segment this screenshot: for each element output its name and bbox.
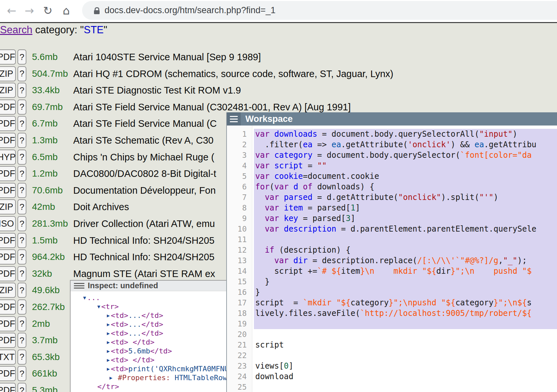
file-info-button[interactable]: ?	[17, 133, 26, 148]
code-token	[279, 203, 284, 212]
file-type-badge[interactable]: PDF	[0, 116, 16, 131]
code-line[interactable]: 1var downloads = document.body.querySele…	[227, 129, 557, 139]
browser-toolbar: ← → ↻ ⌂ docs.dev-docs.org/htm/search.php…	[0, 0, 557, 23]
code-line[interactable]: 25	[227, 382, 557, 392]
code-line[interactable]: 5var cookie=document.cookie	[227, 171, 557, 182]
file-type-badge[interactable]: ISO	[0, 216, 16, 231]
file-type-badge[interactable]: ZIP	[0, 199, 16, 214]
collapse-icon[interactable]: ▼	[83, 295, 87, 301]
file-size: 1.2mb	[32, 166, 58, 181]
file-type-badge[interactable]: PDF	[0, 266, 16, 281]
code-line[interactable]: 23views[0]	[227, 361, 557, 371]
code-line[interactable]: 19	[227, 319, 557, 329]
file-info-button[interactable]: ?	[17, 266, 26, 281]
file-info-button[interactable]: ?	[17, 366, 26, 381]
file-info-button[interactable]: ?	[17, 150, 26, 165]
file-info-button[interactable]: ?	[17, 216, 26, 231]
file-type-badge[interactable]: PDF	[0, 249, 16, 265]
file-type-badge[interactable]: PDF	[0, 49, 16, 65]
code-line[interactable]: 22	[227, 350, 557, 361]
file-info-button[interactable]: ?	[17, 183, 26, 198]
tree-token: </td>	[141, 329, 163, 337]
code-token	[255, 224, 265, 234]
code-token: = document.body.querySelectorAll(	[317, 129, 479, 139]
expand-icon[interactable]: ▶	[107, 348, 111, 354]
expand-icon[interactable]: ▶	[107, 357, 111, 363]
forward-icon[interactable]: →	[20, 0, 38, 21]
file-type-badge[interactable]: PDF	[0, 183, 16, 198]
expand-icon[interactable]: ▶	[109, 375, 113, 381]
file-type-badge[interactable]: ZIP	[0, 283, 16, 298]
file-info-button[interactable]: ?	[17, 249, 26, 265]
file-info-button[interactable]: ?	[17, 49, 26, 65]
address-bar[interactable]: docs.dev-docs.org/htm/search.php?find=_1	[82, 1, 557, 20]
file-type-badge[interactable]: ZIP	[0, 83, 16, 98]
code-token: item	[341, 266, 360, 276]
file-type-badge[interactable]: PDF	[0, 166, 16, 181]
file-row: ZIP?504.7mbAtari HQ #1 CDROM (schematics…	[0, 66, 557, 81]
file-type-badge[interactable]: ZIP	[0, 66, 16, 81]
expand-icon[interactable]: ▶	[107, 339, 111, 345]
code-line[interactable]: 3var category = document.body.querySelec…	[227, 150, 557, 160]
home-icon[interactable]: ⌂	[57, 0, 75, 21]
back-icon[interactable]: ←	[3, 0, 20, 21]
code-line[interactable]: 7 var parsed = d.getAttribute("onclick")…	[227, 192, 557, 203]
screen: ← → ↻ ⌂ docs.dev-docs.org/htm/search.php…	[0, 0, 557, 392]
code-line[interactable]: 10 var description = d.parentElement.par…	[227, 224, 557, 234]
file-info-button[interactable]: ?	[17, 283, 26, 298]
menu-icon[interactable]	[227, 112, 241, 126]
code-line[interactable]: 9 var key = parsed[3]	[227, 213, 557, 224]
file-type-badge[interactable]: PDF	[0, 366, 16, 381]
code-editor[interactable]: 1var downloads = document.body.querySele…	[227, 126, 557, 392]
code-line[interactable]: 14 script +=`# ${item}\n mkdir "${dir}";…	[227, 266, 557, 276]
file-size: 49.6kb	[32, 283, 60, 298]
code-line[interactable]: 21script	[227, 340, 557, 350]
code-line[interactable]: 12 if (description) {	[227, 245, 557, 255]
code-line[interactable]: 6for(var d of downloads) {	[227, 182, 557, 192]
file-type-badge[interactable]: PDF	[0, 333, 16, 348]
code-line[interactable]: 8 var item = parsed[1]	[227, 203, 557, 213]
file-info-button[interactable]: ?	[17, 333, 26, 348]
file-info-button[interactable]: ?	[17, 350, 26, 365]
code-token: )	[512, 129, 517, 139]
url-input[interactable]: docs.dev-docs.org/htm/search.php?find=_1	[105, 1, 276, 20]
code-line[interactable]: 4var script = ""	[227, 160, 557, 171]
file-type-badge[interactable]: PDF	[0, 316, 16, 331]
code-line[interactable]: 11	[227, 234, 557, 245]
expand-icon[interactable]: ▶	[107, 330, 111, 336]
file-info-button[interactable]: ?	[17, 83, 26, 98]
file-info-button[interactable]: ?	[17, 166, 26, 181]
file-type-badge[interactable]: PDF	[0, 99, 16, 115]
code-line[interactable]: 24download	[227, 371, 557, 382]
expand-icon[interactable]: ▶	[107, 313, 111, 319]
file-type-badge[interactable]: PDF	[0, 133, 16, 148]
file-info-button[interactable]: ?	[17, 316, 26, 331]
file-info-button[interactable]: ?	[17, 199, 26, 214]
tree-token: ...	[128, 329, 141, 337]
code-line[interactable]: 17script = `mkdir "${category}";\npushd …	[227, 297, 557, 308]
file-info-button[interactable]: ?	[17, 299, 26, 315]
file-info-button[interactable]: ?	[17, 99, 26, 115]
code-line[interactable]: 2 .filter(ea => ea.getAttribute('onclick…	[227, 139, 557, 150]
file-info-button[interactable]: ?	[17, 383, 26, 392]
expand-icon[interactable]: ▶	[107, 366, 111, 372]
code-line[interactable]: 15 }	[227, 276, 557, 287]
menu-icon[interactable]	[74, 283, 84, 289]
file-type-badge[interactable]: HYP	[0, 150, 16, 165]
reload-icon[interactable]: ↻	[39, 0, 57, 21]
code-line[interactable]: 18lively.files.saveFile(`http://localhos…	[227, 308, 557, 319]
file-type-badge[interactable]: PDF	[0, 383, 16, 392]
code-token: downloads	[274, 129, 317, 139]
code-line[interactable]: 20	[227, 329, 557, 340]
workspace-titlebar[interactable]: Workspace	[227, 112, 557, 126]
file-info-button[interactable]: ?	[17, 233, 26, 248]
file-type-badge[interactable]: PDF	[0, 233, 16, 248]
file-type-badge[interactable]: PDF	[0, 299, 16, 315]
file-info-button[interactable]: ?	[17, 116, 26, 131]
collapse-icon[interactable]: ▼	[97, 304, 101, 310]
file-type-badge[interactable]: TXT	[0, 350, 16, 365]
expand-icon[interactable]: ▶	[107, 322, 111, 327]
file-info-button[interactable]: ?	[17, 66, 26, 81]
code-line[interactable]: 16}	[227, 287, 557, 297]
code-line[interactable]: 13 var dir = description.replace(/[:\/\\…	[227, 255, 557, 266]
